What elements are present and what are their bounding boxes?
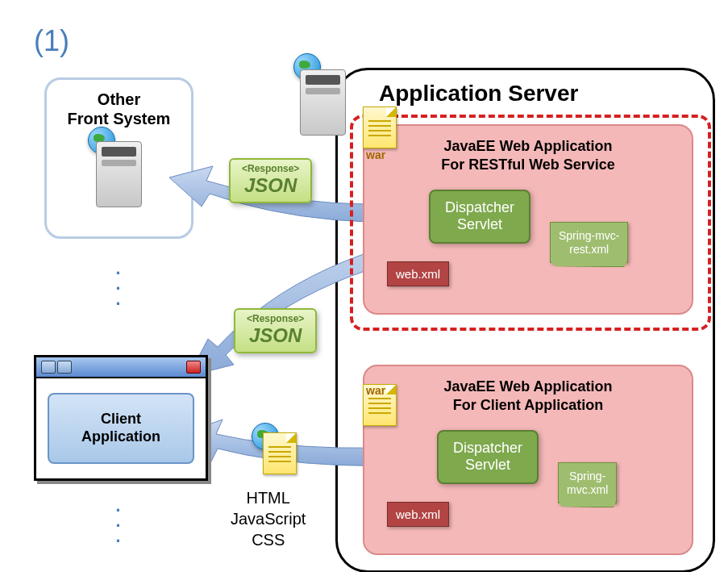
dispatcher-l1: Dispatcher (445, 199, 514, 215)
client-app-l2: Application (81, 428, 160, 445)
spring-xml-l1: Spring- (569, 470, 605, 482)
other-front-system-box: Other Front System (44, 77, 193, 239)
other-front-title-l2: Front System (47, 109, 191, 128)
json-label: JSON (242, 174, 299, 197)
client-app-l1: Client (101, 411, 141, 427)
content-types-label: HTML JavaScript CSS (231, 487, 306, 550)
response-tag: <Response> (242, 163, 299, 174)
server-icon (96, 141, 142, 207)
dispatcher-servlet-rest: Dispatcher Servlet (429, 190, 530, 244)
webapp-rest-title-l2: For RESTful Web Service (441, 157, 615, 173)
content-js: JavaScript (231, 510, 306, 528)
json-response-box-2: <Response> JSON (234, 308, 317, 353)
window-button-icon (41, 361, 56, 374)
file-icon (363, 106, 397, 148)
war-label-client: war (366, 384, 385, 397)
app-server-icon (300, 61, 346, 136)
webxml-rest: web.xml (387, 261, 449, 286)
client-window: Client Application (34, 355, 208, 481)
ellipsis-dots: ... (114, 258, 122, 305)
webxml-client: web.xml (387, 502, 449, 527)
other-front-title-l1: Other (47, 90, 191, 109)
spring-xml-l1: Spring-mvc- (559, 229, 619, 242)
webapp-client-title-l1: JavaEE Web Application (443, 378, 612, 395)
spring-xml-l2: mvc.xml (567, 483, 608, 496)
ellipsis-dots: ... (114, 495, 122, 542)
step-label: (1) (34, 24, 69, 58)
dispatcher-l2: Servlet (457, 216, 502, 232)
webapp-rest-title-l1: JavaEE Web Application (443, 138, 612, 154)
client-application-box: Client Application (48, 393, 194, 464)
json-response-box-1: <Response> JSON (229, 158, 312, 203)
window-titlebar (36, 357, 206, 378)
content-css: CSS (252, 531, 285, 549)
server-icon (300, 69, 346, 136)
json-label: JSON (247, 324, 304, 347)
war-label-rest: war (366, 148, 385, 161)
content-file-icon-group (263, 432, 297, 474)
response-tag: <Response> (247, 313, 304, 324)
close-icon (186, 361, 201, 374)
dispatcher-l1: Dispatcher (453, 440, 522, 456)
spring-xml-client: Spring- mvc.xml (558, 462, 617, 504)
dispatcher-servlet-client: Dispatcher Servlet (437, 430, 539, 484)
file-icon (263, 432, 297, 474)
dispatcher-l2: Servlet (465, 457, 510, 473)
webapp-client-box: JavaEE Web Application For Client Applic… (363, 365, 693, 555)
application-server-title: Application Server (379, 81, 578, 106)
content-html: HTML (246, 489, 289, 507)
webapp-rest-box: JavaEE Web Application For RESTful Web S… (363, 124, 693, 315)
webapp-client-title-l2: For Client Application (453, 397, 603, 413)
spring-xml-l2: rest.xml (569, 243, 609, 256)
spring-xml-rest: Spring-mvc- rest.xml (550, 222, 628, 264)
window-button-icon (57, 361, 72, 374)
